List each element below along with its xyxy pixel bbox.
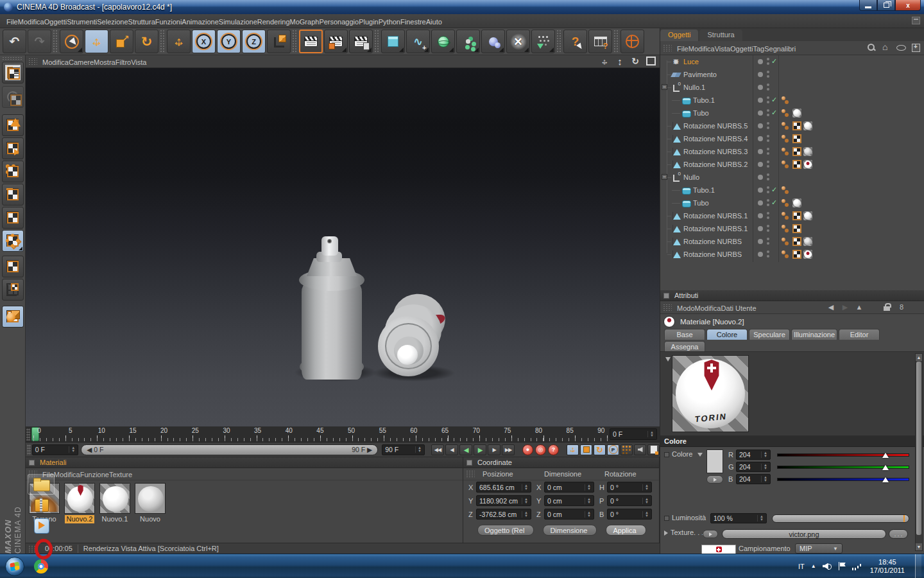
tree-row[interactable]: − Rotazione NURBS ✓ xyxy=(660,235,924,248)
panel-checkbox[interactable] xyxy=(29,460,35,466)
toolbar-button-coord-system[interactable] xyxy=(267,30,291,53)
object-label[interactable]: Rotazione NURBS.4 xyxy=(683,135,748,143)
attr-tab-base[interactable]: Base xyxy=(664,329,705,340)
playback-goto-end[interactable]: ▶▶ xyxy=(502,444,515,455)
attr-icon-addpanel[interactable] xyxy=(911,302,920,311)
toggle-key-rotation[interactable] xyxy=(594,444,606,455)
phong-tag-icon[interactable] xyxy=(782,134,791,143)
position-field[interactable]: 1180.902 cm▲▼ xyxy=(476,495,531,506)
color-swatch[interactable] xyxy=(706,450,723,473)
object-label[interactable]: Rotazione NURBS xyxy=(683,250,742,258)
editor-visibility-dot[interactable] xyxy=(758,175,763,180)
position-field[interactable]: 685.616 cm▲▼ xyxy=(476,482,531,493)
taskbar-button-chrome[interactable] xyxy=(28,556,55,577)
viewport-control-maxi[interactable] xyxy=(646,56,656,66)
tree-row[interactable]: − Rotazione NURBS.2 ✓ xyxy=(660,158,924,171)
taskbar-button-wmp[interactable] xyxy=(28,515,55,536)
phong-tag-icon[interactable] xyxy=(782,237,791,246)
mat-gray-tag-icon[interactable] xyxy=(803,237,812,246)
browse-button[interactable]: . . . xyxy=(889,529,908,539)
network-icon[interactable] xyxy=(852,563,861,570)
attr-tab-assegna[interactable]: Assegna xyxy=(664,341,705,352)
viewport-control-zoomv[interactable] xyxy=(615,56,625,66)
mat-white-tag-icon[interactable] xyxy=(792,198,801,207)
render-visibility-dots[interactable] xyxy=(767,58,769,60)
color-expand-button[interactable] xyxy=(706,475,723,484)
toolbar-button-add-spline[interactable] xyxy=(406,30,430,53)
coord-button-dimensione[interactable]: Dimensione xyxy=(543,525,597,536)
tree-row[interactable]: − Rotazione NURBS.4 ✓ xyxy=(660,132,924,145)
editor-visibility-dot[interactable] xyxy=(758,98,763,103)
render-visibility-dots[interactable] xyxy=(767,96,769,99)
uvw-tag-icon[interactable] xyxy=(792,121,801,130)
object-label[interactable]: Luce xyxy=(683,58,699,66)
toolbar-button-render-settings[interactable] xyxy=(324,30,348,53)
mode-button-model[interactable] xyxy=(2,114,24,136)
mat-white-tag-icon[interactable] xyxy=(792,109,801,118)
menu-aiuto[interactable]: Aiuto xyxy=(426,18,442,26)
sampling-dropdown[interactable]: MIP▼ xyxy=(795,543,843,554)
object-label[interactable]: Tubo.1 xyxy=(693,96,715,104)
mode-button-world[interactable] xyxy=(2,86,24,108)
viewport-menu-filtro[interactable]: Filtro xyxy=(116,58,131,66)
scrollbar-thumb[interactable] xyxy=(916,362,921,535)
phong-tag-icon[interactable] xyxy=(782,109,791,118)
dropdown-icon[interactable] xyxy=(697,453,703,457)
tree-row[interactable]: − Rotazione NURBS.5 ✓ xyxy=(660,119,924,132)
tree-row[interactable]: − Rotazione NURBS.1 ✓ xyxy=(660,222,924,235)
object-label[interactable]: Nullo.1 xyxy=(683,83,705,91)
materials-menu-funzione[interactable]: Funzione xyxy=(80,471,109,478)
object-label[interactable]: Rotazione NURBS.5 xyxy=(683,122,748,130)
g-field[interactable]: 204▲▼ xyxy=(736,462,771,472)
panel-handle[interactable] xyxy=(28,58,37,66)
toolbar-button-expand-objects[interactable] xyxy=(506,30,530,53)
uvw-tag-icon[interactable] xyxy=(792,160,801,169)
render-visibility-dots[interactable] xyxy=(767,225,769,227)
phong-tag-icon[interactable] xyxy=(782,121,791,130)
expander-icon[interactable]: − xyxy=(662,84,667,90)
record-autokey[interactable]: ◎ xyxy=(535,444,546,455)
viewport-menu-vista[interactable]: Vista xyxy=(131,58,146,66)
material-thumb-gray-sphere[interactable] xyxy=(135,483,166,514)
render-visibility-dots[interactable] xyxy=(767,186,769,189)
phong-tag-icon[interactable] xyxy=(782,224,791,233)
panel-handle[interactable] xyxy=(26,428,30,441)
mode-button-layout[interactable] xyxy=(2,62,24,83)
playback-next-frame[interactable]: ▶ xyxy=(488,444,501,455)
uvw-tag-icon[interactable] xyxy=(792,134,801,143)
editor-visibility-dot[interactable] xyxy=(758,123,763,128)
toolbar-button-commander[interactable] xyxy=(588,30,612,53)
toolbar-button-redo[interactable] xyxy=(28,30,51,53)
tree-row[interactable]: − Tubo ✓ xyxy=(660,107,924,119)
b-slider[interactable] xyxy=(777,478,909,481)
toolbar-button-render-view[interactable] xyxy=(299,30,323,53)
phong-tag-icon[interactable] xyxy=(782,250,791,259)
tab-struttura[interactable]: Struttura xyxy=(699,30,742,41)
object-label[interactable]: Rotazione NURBS.3 xyxy=(683,148,748,155)
menu-strumenti[interactable]: Strumenti xyxy=(67,18,97,26)
scroll-up-icon[interactable]: ▲ xyxy=(916,354,922,361)
dimension-field[interactable]: 0 cm▲▼ xyxy=(544,509,594,520)
editor-visibility-dot[interactable] xyxy=(758,72,763,77)
toolbar-button-online-help[interactable] xyxy=(620,30,644,53)
phong-tag-icon[interactable] xyxy=(782,96,791,105)
render-visibility-dots[interactable] xyxy=(767,199,769,202)
materials-menu-modifica[interactable]: Modifica xyxy=(54,471,80,478)
close-button[interactable]: x xyxy=(895,0,921,11)
toolbar-button-sep5[interactable] xyxy=(556,30,562,53)
materials-menu-texture[interactable]: Texture xyxy=(109,471,132,478)
playback-prev-frame[interactable]: ◀ xyxy=(445,444,458,455)
toolbar-handle[interactable] xyxy=(2,57,22,60)
render-visibility-dots[interactable] xyxy=(767,122,769,125)
menu-plugin[interactable]: Plugin xyxy=(359,18,379,26)
dimension-field[interactable]: 0 cm▲▼ xyxy=(544,482,594,493)
tree-row[interactable]: − Luce ✓ xyxy=(660,55,924,68)
toolbar-button-sep3[interactable] xyxy=(292,30,298,53)
tree-row[interactable]: − Tubo ✓ xyxy=(660,197,924,209)
mode-button-objects3d[interactable] xyxy=(2,306,24,328)
editor-visibility-dot[interactable] xyxy=(758,200,763,206)
attr-tab-illuminazione[interactable]: Illuminazione xyxy=(791,329,837,340)
attr-tab-speculare[interactable]: Speculare xyxy=(749,329,790,340)
dimension-field[interactable]: 0 cm▲▼ xyxy=(544,495,594,506)
toolbar-button-scale[interactable] xyxy=(110,30,133,53)
